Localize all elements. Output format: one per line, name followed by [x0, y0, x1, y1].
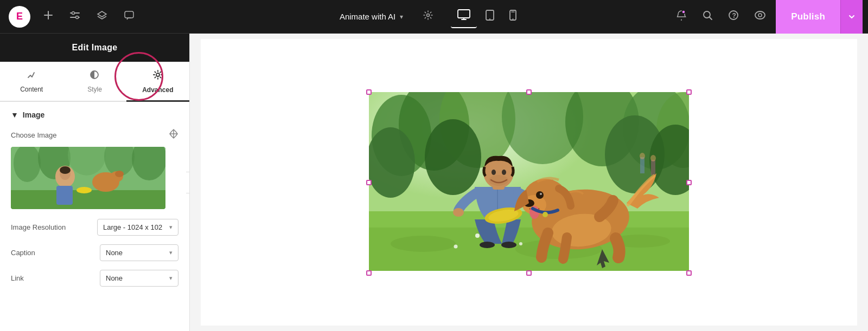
svg-point-66 [501, 242, 516, 248]
svg-point-65 [480, 242, 495, 248]
svg-point-64 [454, 244, 458, 248]
content-tab-label: Content [20, 86, 43, 93]
tablet-view-button[interactable] [479, 5, 501, 28]
choose-image-row: Choose Image [11, 129, 178, 141]
animate-ai-label: Animate with AI [340, 12, 395, 21]
toolbar-left: E [0, 6, 190, 28]
canvas-inner [201, 39, 857, 326]
tab-content[interactable]: Content [0, 62, 63, 102]
elementor-logo[interactable]: E [9, 6, 30, 28]
sidebar-content: ▼ Image Choose Image [0, 102, 189, 331]
canvas-image [369, 92, 689, 271]
svg-point-40 [76, 187, 92, 193]
reposition-icon[interactable] [169, 129, 178, 141]
svg-rect-58 [369, 211, 689, 228]
resize-handle-tm[interactable] [526, 89, 532, 95]
resize-handle-ml[interactable] [366, 180, 372, 185]
link-row: Link None ▾ [11, 270, 178, 287]
sidebar-header: Edit Image [0, 34, 189, 62]
svg-point-4 [72, 12, 75, 15]
svg-point-63 [519, 242, 522, 245]
animate-ai-chevron: ▾ [400, 13, 403, 21]
svg-rect-32 [11, 190, 165, 209]
notifications-icon[interactable] [671, 5, 692, 28]
image-section-title: ▼ Image [11, 111, 178, 119]
eye-preview-icon[interactable] [749, 7, 771, 27]
image-resolution-value: Large - 1024 x 102 [103, 223, 162, 231]
svg-point-36 [60, 166, 71, 174]
svg-rect-8 [458, 10, 470, 18]
style-tab-icon [90, 70, 99, 82]
toolbar-right: ? Publish [665, 0, 868, 34]
toolbar-center: Animate with AI ▾ [190, 5, 665, 28]
content-tab-icon [27, 70, 36, 82]
search-icon[interactable] [697, 5, 718, 28]
svg-rect-6 [125, 11, 133, 18]
caption-arrow: ▾ [169, 249, 173, 256]
svg-point-39 [115, 171, 124, 177]
section-label: Image [23, 111, 44, 119]
image-resolution-label: Image Resolution [11, 223, 66, 231]
desktop-view-button[interactable] [451, 5, 477, 28]
publish-btn-group: Publish [776, 0, 863, 34]
choose-image-label: Choose Image [11, 131, 57, 139]
tab-advanced[interactable]: Advanced [126, 62, 189, 102]
advanced-tab-label: Advanced [142, 86, 173, 94]
svg-rect-34 [56, 186, 73, 205]
svg-point-22 [755, 11, 765, 19]
resize-handle-mr[interactable] [686, 180, 692, 185]
sidebar-collapse-handle[interactable]: ‹ [186, 172, 190, 193]
svg-point-59 [391, 236, 456, 252]
svg-point-75 [502, 170, 506, 175]
advanced-tab-icon [152, 69, 163, 83]
svg-point-15 [513, 18, 514, 20]
add-element-icon[interactable] [40, 7, 56, 26]
sidebar-tabs: Content Style Advanced [0, 62, 189, 102]
image-resolution-select[interactable]: Large - 1024 x 102 ▾ [97, 219, 178, 236]
caption-select[interactable]: None ▾ [100, 244, 178, 261]
resize-handle-bl[interactable] [366, 270, 372, 276]
settings-button[interactable] [416, 5, 440, 28]
sidebar-title: Edit Image [72, 43, 118, 53]
svg-point-12 [489, 18, 490, 20]
svg-point-17 [682, 10, 685, 14]
svg-point-83 [540, 193, 542, 195]
section-arrow[interactable]: ▼ [11, 111, 18, 119]
svg-point-82 [536, 191, 544, 199]
help-icon[interactable]: ? [723, 5, 744, 28]
image-preview[interactable] [11, 147, 165, 209]
publish-dropdown-button[interactable] [840, 0, 863, 34]
resize-handle-bm[interactable] [526, 270, 532, 276]
resize-handle-tr[interactable] [686, 89, 692, 95]
top-toolbar: E Animate with AI ▾ [0, 0, 868, 34]
image-resolution-row: Image Resolution Large - 1024 x 102 ▾ [11, 219, 178, 236]
svg-point-7 [427, 14, 430, 17]
svg-point-50 [425, 119, 481, 195]
svg-point-62 [475, 233, 480, 238]
svg-line-19 [710, 17, 712, 20]
link-label: Link [11, 274, 24, 282]
resize-handle-br[interactable] [686, 270, 692, 276]
animate-with-ai-button[interactable]: Animate with AI ▾ [332, 8, 411, 25]
device-icons [451, 5, 523, 28]
chat-icon[interactable] [120, 7, 138, 26]
caption-value: None [106, 249, 123, 257]
caption-row: Caption None ▾ [11, 244, 178, 261]
svg-point-56 [650, 155, 656, 161]
link-select[interactable]: None ▾ [100, 270, 178, 287]
canvas-area [190, 34, 868, 331]
svg-point-85 [542, 212, 548, 217]
svg-point-25 [156, 73, 159, 76]
svg-point-23 [758, 14, 762, 17]
publish-button[interactable]: Publish [776, 0, 840, 34]
svg-text:?: ? [732, 12, 736, 20]
svg-rect-55 [651, 160, 655, 175]
filters-icon[interactable] [66, 7, 84, 26]
svg-point-5 [76, 16, 79, 19]
mobile-view-button[interactable] [503, 5, 523, 28]
image-container[interactable] [369, 92, 689, 273]
resize-handle-tl[interactable] [366, 89, 372, 95]
layers-icon[interactable] [93, 7, 111, 26]
tab-style[interactable]: Style [63, 62, 126, 102]
svg-point-68 [453, 208, 464, 217]
